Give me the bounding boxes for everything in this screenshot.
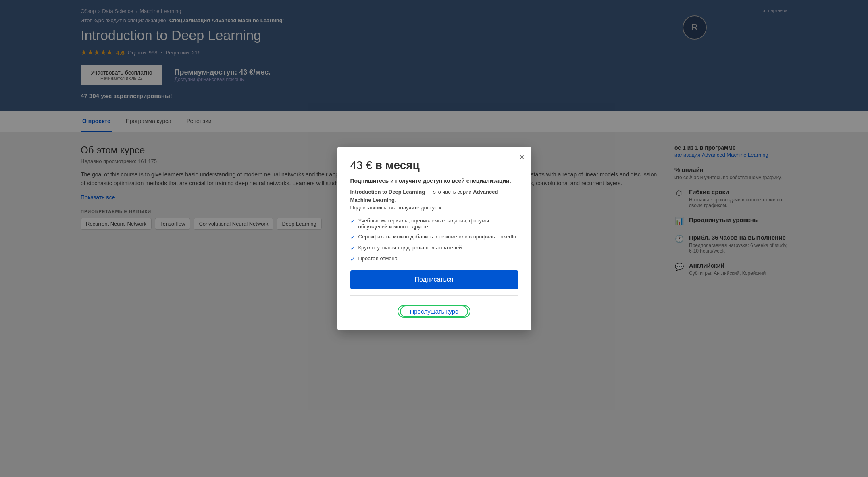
feature-2: ✓ Сертификаты можно добавить в резюме ил… [350,234,518,241]
check-icon-4: ✓ [350,256,355,262]
check-icon-3: ✓ [350,245,355,251]
modal-overlay[interactable]: × 43 € в месяц Подпишитесь и получите до… [0,0,868,296]
modal-features-list: ✓ Учебные материалы, оцениваемые задания… [350,218,518,262]
subscribe-button[interactable]: Подписаться [350,270,518,289]
check-icon-2: ✓ [350,234,355,241]
modal-divider [350,295,518,296]
modal-price: 43 € в месяц [350,159,518,172]
modal-description: Introduction to Deep Learning — это част… [350,188,518,212]
modal-close-button[interactable]: × [520,153,525,162]
check-icon-1: ✓ [350,218,355,224]
feature-3: ✓ Круглосуточная поддержка пользователей [350,245,518,251]
modal-subtitle: Подпишитесь и получите доступ ко всей сп… [350,178,518,184]
feature-4: ✓ Простая отмена [350,255,518,262]
modal: × 43 € в месяц Подпишитесь и получите до… [337,147,531,296]
feature-1: ✓ Учебные материалы, оцениваемые задания… [350,218,518,230]
